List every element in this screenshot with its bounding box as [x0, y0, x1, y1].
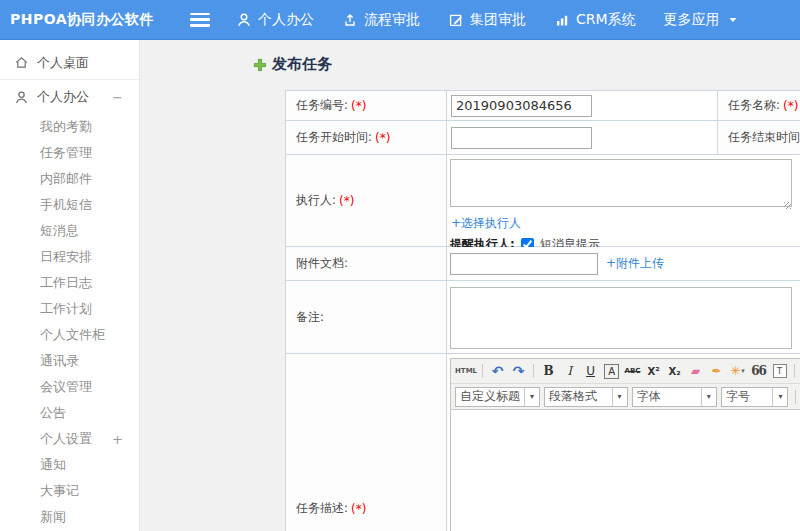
nav-item-label: 流程审批: [364, 11, 420, 29]
menu-toggle-icon[interactable]: [190, 13, 210, 27]
font-family-select[interactable]: 字体▾: [632, 387, 717, 407]
rich-text-editor: HTML↶↷BIUAABCX²X₂▰✒✳▾66TA▾ 自定义标题▾段落格式▾字体…: [450, 358, 800, 531]
sidebar-item-label: 个人文件柜: [40, 326, 105, 344]
sidebar-item-14[interactable]: 个人设置+: [0, 426, 139, 452]
nav-item-label: 个人办公: [258, 11, 314, 29]
nav-item-0[interactable]: 个人办公: [236, 11, 314, 29]
task-no-cell: [447, 91, 718, 121]
redo-icon[interactable]: ↷: [509, 362, 528, 381]
expand-icon[interactable]: +: [112, 432, 123, 447]
paste-text-icon[interactable]: T: [770, 362, 789, 381]
bold-icon[interactable]: B: [539, 362, 558, 381]
caret-down-icon: ▾: [772, 388, 787, 406]
format-brush-icon[interactable]: ✒: [707, 362, 726, 381]
sidebar-item-5[interactable]: 手机短信: [0, 192, 139, 218]
user-icon: [14, 90, 29, 105]
task-name-label: 任务名称:(*): [718, 91, 800, 121]
page-title: 发布任务: [272, 55, 332, 74]
sidebar-item-6[interactable]: 短消息: [0, 218, 139, 244]
undo-icon[interactable]: ↶: [488, 362, 507, 381]
sidebar-item-label: 短消息: [40, 222, 79, 240]
sidebar-item-label: 我的考勤: [40, 118, 92, 136]
start-time-input[interactable]: [451, 127, 592, 149]
quote-icon[interactable]: 66: [749, 362, 768, 381]
sidebar-item-label: 任务管理: [40, 144, 92, 162]
sidebar-item-label: 新闻: [40, 508, 66, 526]
task-form: 任务编号:(*) 任务名称:(*) 任务开始时间:(*) 任务结束时间:(*) …: [285, 90, 800, 531]
sidebar-item-9[interactable]: 工作计划: [0, 296, 139, 322]
sidebar-item-0[interactable]: 个人桌面: [0, 46, 139, 80]
start-time-cell: [447, 121, 718, 155]
nav-item-label: CRM系统: [576, 11, 636, 29]
sidebar-item-8[interactable]: 工作日志: [0, 270, 139, 296]
nav-item-2[interactable]: 集团审批: [448, 11, 526, 29]
caret-down-icon: ▾: [524, 388, 539, 406]
highlight-icon[interactable]: ✳▾: [728, 362, 747, 381]
sidebar-item-label: 个人设置: [40, 430, 92, 448]
collapse-icon[interactable]: −: [112, 90, 123, 105]
attachment-upload-link[interactable]: +附件上传: [606, 255, 664, 272]
sidebar-item-15[interactable]: 通知: [0, 452, 139, 478]
strikethrough-icon[interactable]: ABC: [623, 362, 642, 381]
executor-textarea[interactable]: [450, 159, 792, 207]
sidebar-item-4[interactable]: 内部邮件: [0, 166, 139, 192]
task-no-input[interactable]: [451, 95, 592, 117]
paragraph-format-select[interactable]: 段落格式▾: [544, 387, 628, 407]
remark-cell: [447, 281, 800, 354]
source-code-icon[interactable]: HTML: [455, 362, 477, 381]
remark-label: 备注:: [286, 281, 447, 354]
nav-item-label: 集团审批: [470, 11, 526, 29]
sidebar-item-12[interactable]: 会议管理: [0, 374, 139, 400]
subscript-icon[interactable]: X₂: [665, 362, 684, 381]
font-name-icon[interactable]: A: [602, 362, 621, 381]
caret-down-icon: [728, 15, 738, 25]
choose-executor-link[interactable]: +选择执行人: [451, 215, 521, 232]
underline-icon[interactable]: U: [581, 362, 600, 381]
sidebar-item-11[interactable]: 通讯录: [0, 348, 139, 374]
chart-icon: [554, 12, 570, 28]
editor-content-area[interactable]: [451, 410, 800, 531]
sidebar-item-label: 大事记: [40, 482, 79, 500]
sidebar-item-10[interactable]: 个人文件柜: [0, 322, 139, 348]
italic-icon[interactable]: I: [560, 362, 579, 381]
edit-icon: [448, 12, 464, 28]
sidebar-item-3[interactable]: 任务管理: [0, 140, 139, 166]
superscript-icon[interactable]: X²: [644, 362, 663, 381]
description-cell: HTML↶↷BIUAABCX²X₂▰✒✳▾66TA▾ 自定义标题▾段落格式▾字体…: [447, 354, 800, 531]
eraser-icon[interactable]: ▰: [686, 362, 705, 381]
caret-down-icon: ▾: [612, 388, 627, 406]
home-icon: [14, 55, 29, 70]
sidebar-item-label: 工作日志: [40, 274, 92, 292]
select-label: 自定义标题: [456, 388, 524, 405]
sidebar-item-16[interactable]: 大事记: [0, 478, 139, 504]
app-logo[interactable]: PHPOA协同办公软件: [0, 11, 182, 29]
toolbar-separator: [795, 390, 796, 404]
select-label: 段落格式: [545, 388, 612, 405]
sidebar-item-7[interactable]: 日程安排: [0, 244, 139, 270]
start-time-label: 任务开始时间:(*): [286, 121, 447, 155]
executor-label: 执行人:(*): [286, 155, 447, 247]
attachment-input[interactable]: [450, 253, 598, 275]
sidebar-item-label: 内部邮件: [40, 170, 92, 188]
sidebar-item-1[interactable]: 个人办公−: [0, 80, 139, 114]
sidebar-item-2[interactable]: 我的考勤: [0, 114, 139, 140]
toolbar-separator: [533, 364, 534, 378]
remark-textarea[interactable]: [450, 287, 792, 349]
sidebar-item-label: 通知: [40, 456, 66, 474]
editor-toolbar-row2: 自定义标题▾段落格式▾字体▾字号▾: [451, 384, 800, 410]
sidebar-item-13[interactable]: 公告: [0, 400, 139, 426]
custom-title-select[interactable]: 自定义标题▾: [455, 387, 540, 407]
main-content: 发布任务 任务编号:(*) 任务名称:(*) 任务开始时间:(*) 任务结束时间…: [140, 40, 800, 531]
select-label: 字体: [633, 388, 701, 405]
sidebar-item-label: 个人桌面: [37, 54, 89, 72]
nav-item-3[interactable]: CRM系统: [554, 11, 636, 29]
nav-item-1[interactable]: 流程审批: [342, 11, 420, 29]
font-size-select[interactable]: 字号▾: [721, 387, 789, 407]
page-title-row: 发布任务: [253, 55, 800, 74]
sidebar-item-label: 日程安排: [40, 248, 92, 266]
sidebar-item-17[interactable]: 新闻: [0, 504, 139, 530]
nav-item-4[interactable]: 更多应用: [664, 11, 738, 29]
sidebar-item-label: 公告: [40, 404, 66, 422]
user-icon: [236, 12, 252, 28]
toolbar-separator: [794, 364, 795, 378]
